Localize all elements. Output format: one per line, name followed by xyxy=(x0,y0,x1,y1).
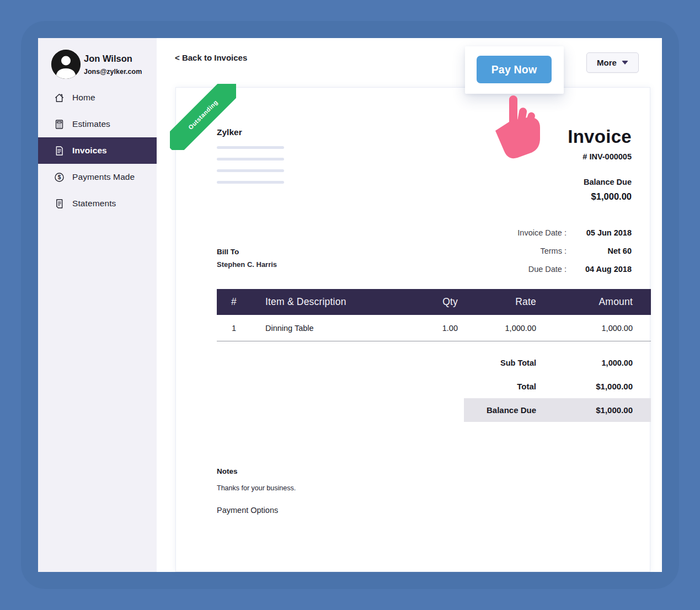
terms-row: Terms : Net 60 xyxy=(394,242,632,260)
column-header-qty: Qty xyxy=(408,296,458,308)
svg-text:$: $ xyxy=(57,174,61,180)
invoice-date-label: Invoice Date : xyxy=(394,228,567,237)
terms-value: Net 60 xyxy=(567,247,632,255)
more-button-label: More xyxy=(597,58,617,67)
more-button[interactable]: More xyxy=(586,52,639,73)
sidebar-item-label: Statements xyxy=(72,199,116,208)
calculator-icon xyxy=(54,119,65,130)
sidebar-item-estimates[interactable]: Estimates xyxy=(38,111,157,137)
invoice-paper: Zylker Invoice # INV-000005 Balance Due … xyxy=(175,87,650,572)
payment-options-label: Payment Options xyxy=(217,506,278,515)
column-header-rate: Rate xyxy=(458,296,536,308)
hand-cursor-icon xyxy=(493,95,543,162)
sidebar-item-label: Invoices xyxy=(72,146,107,156)
desktop-background: Jon Wilson Jons@zylker.com Home xyxy=(0,0,700,610)
sidebar-item-payments-made[interactable]: $ Payments Made xyxy=(38,164,157,190)
address-placeholder-line xyxy=(217,169,284,172)
notes-text: Thanks for your business. xyxy=(217,484,296,492)
column-header-number: # xyxy=(217,296,251,308)
address-placeholder-line xyxy=(217,146,284,149)
person-icon xyxy=(51,50,81,79)
sidebar-item-home[interactable]: Home xyxy=(38,84,157,111)
sidebar-item-label: Payments Made xyxy=(72,172,135,182)
back-to-invoices-link[interactable]: < Back to Invoices xyxy=(175,53,247,62)
due-date-value: 04 Aug 2018 xyxy=(567,265,632,274)
invoice-meta: Invoice Date : 05 Jun 2018 Terms : Net 6… xyxy=(394,223,632,278)
invoice-date-value: 05 Jun 2018 xyxy=(567,228,632,237)
cell-amount: 1,000.00 xyxy=(536,324,651,333)
dollar-circle-icon: $ xyxy=(54,172,65,183)
balance-due-value: $1,000.00 xyxy=(591,191,632,202)
column-header-amount: Amount xyxy=(536,296,651,308)
cell-number: 1 xyxy=(217,324,251,333)
table-header-row: # Item & Description Qty Rate Amount xyxy=(217,289,651,315)
totals-section: Sub Total 1,000.00 Total $1,000.00 Balan… xyxy=(217,351,651,422)
home-icon xyxy=(54,92,65,103)
terms-label: Terms : xyxy=(394,247,567,255)
balance-due-row-value: $1,000.00 xyxy=(536,405,651,415)
invoice-date-row: Invoice Date : 05 Jun 2018 xyxy=(394,223,632,242)
due-date-label: Due Date : xyxy=(394,265,567,274)
customer-portal-window: Jon Wilson Jons@zylker.com Home xyxy=(38,38,662,572)
sidebar-item-label: Estimates xyxy=(72,119,110,129)
company-name: Zylker xyxy=(217,127,242,137)
invoice-number: # INV-000005 xyxy=(583,152,632,161)
line-items-table: # Item & Description Qty Rate Amount 1 D… xyxy=(217,289,651,341)
notes-label: Notes xyxy=(217,467,238,475)
invoice-title: Invoice xyxy=(568,126,632,147)
sidebar-item-label: Home xyxy=(72,93,95,103)
balance-due-label: Balance Due xyxy=(584,178,632,186)
sidebar-item-invoices[interactable]: Invoices xyxy=(38,137,157,164)
sidebar-item-statements[interactable]: Statements xyxy=(38,190,157,217)
total-value: $1,000.00 xyxy=(536,382,651,391)
user-name: Jon Wilson xyxy=(84,53,132,64)
balance-due-row: Balance Due $1,000.00 xyxy=(217,398,651,422)
total-row: Total $1,000.00 xyxy=(217,374,651,398)
pay-now-button[interactable]: Pay Now xyxy=(477,56,552,83)
bill-to-name: Stephen C. Harris xyxy=(217,260,277,269)
table-row: 1 Dinning Table 1.00 1,000.00 1,000.00 xyxy=(217,315,651,341)
subtotal-row: Sub Total 1,000.00 xyxy=(217,351,651,374)
cell-item: Dinning Table xyxy=(251,324,408,333)
address-placeholder-line xyxy=(217,158,284,160)
invoice-document-icon xyxy=(54,145,65,156)
user-email: Jons@zylker.com xyxy=(84,68,142,76)
cell-rate: 1,000.00 xyxy=(458,324,536,333)
due-date-row: Due Date : 04 Aug 2018 xyxy=(394,260,632,278)
avatar xyxy=(51,50,81,79)
address-placeholder-line xyxy=(217,181,284,184)
balance-due-row-label: Balance Due xyxy=(217,405,536,415)
column-header-item: Item & Description xyxy=(251,296,408,308)
total-label: Total xyxy=(217,382,536,391)
sidebar-menu: Home Estimates xyxy=(38,84,157,217)
bill-to-label: Bill To xyxy=(217,248,239,256)
sidebar: Jon Wilson Jons@zylker.com Home xyxy=(38,38,157,572)
statement-document-icon xyxy=(54,198,65,209)
subtotal-value: 1,000.00 xyxy=(536,358,651,367)
subtotal-label: Sub Total xyxy=(217,358,536,367)
pay-now-card: Pay Now xyxy=(465,46,564,94)
chevron-down-icon xyxy=(622,61,628,65)
cell-qty: 1.00 xyxy=(408,324,458,333)
ribbon-fold-left xyxy=(170,136,174,145)
